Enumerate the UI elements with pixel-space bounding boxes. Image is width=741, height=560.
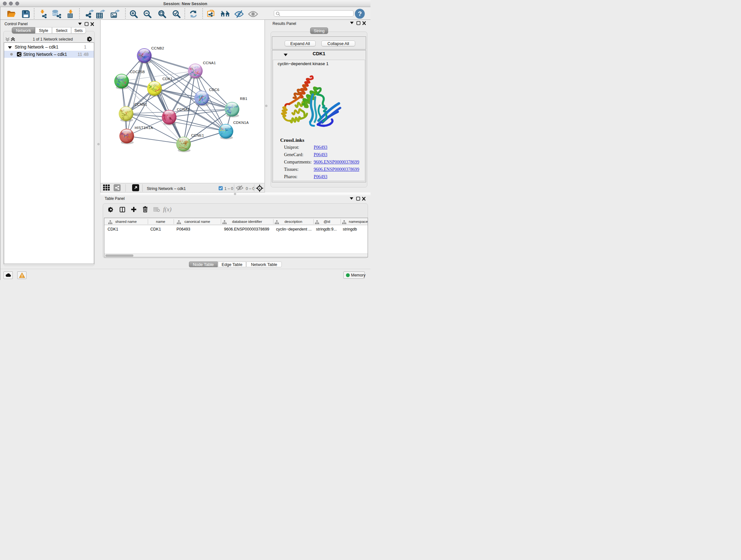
svg-text:CDK1: CDK1	[162, 77, 173, 81]
svg-text:CDC6: CDC6	[209, 88, 219, 91]
svg-text:CCNB2: CCNB2	[151, 46, 164, 50]
svg-text:RB1: RB1	[240, 97, 247, 101]
svg-text:CCNE1: CCNE1	[191, 133, 204, 137]
svg-text:CCNB1: CCNB1	[134, 103, 147, 106]
svg-text:CDKN1A: CDKN1A	[233, 121, 249, 125]
svg-text:CCNA1: CCNA1	[203, 61, 216, 65]
svg-text:HIST1H1A: HIST1H1A	[135, 126, 153, 130]
svg-text:CDC25B: CDC25B	[130, 70, 145, 74]
svg-text:CCNA2: CCNA2	[177, 108, 190, 111]
